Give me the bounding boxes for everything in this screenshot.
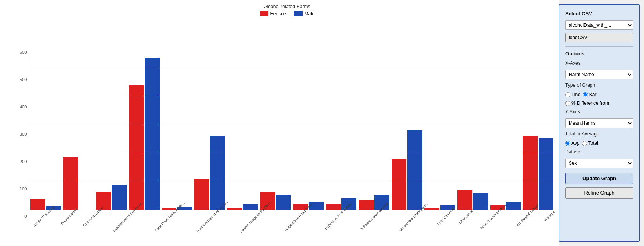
y-tick: 0 xyxy=(24,214,27,219)
x-axes-label: X-Axes xyxy=(565,60,633,66)
bar-female xyxy=(129,85,144,210)
legend-female-label: Female xyxy=(270,11,286,16)
update-graph-button[interactable]: Update Graph xyxy=(565,173,633,184)
bar-group xyxy=(325,198,358,210)
bar-group xyxy=(95,185,128,210)
x-label-cell: Expressions of Severe Al... xyxy=(106,211,148,242)
y-axes-select[interactable]: Mean.Harms xyxy=(565,118,633,128)
bar-male xyxy=(539,138,553,210)
legend-male: Male xyxy=(294,11,315,16)
x-label-cell: Haemorrhagic stroke (Lon... xyxy=(189,211,233,242)
x-label: Liver cancer xyxy=(458,208,475,225)
y-axes-label: Y-Axes xyxy=(565,109,633,115)
total-label: Total xyxy=(588,140,598,146)
y-axis: 6005004003002001000 xyxy=(20,50,29,219)
total-radio[interactable] xyxy=(582,141,587,146)
graph-type-pct-radio[interactable] xyxy=(565,101,570,106)
x-axes-select[interactable]: Harm.Name xyxy=(565,70,633,79)
x-label-cell: Liver Cirrhosis xyxy=(433,211,456,242)
legend-female: Female xyxy=(260,11,286,16)
grid-line xyxy=(29,97,555,97)
x-label-cell: Oesophageal cancer xyxy=(509,211,541,242)
x-axis: Alcohol PoisoningBreast cancerColorectal… xyxy=(29,211,555,242)
bar-male xyxy=(210,136,225,210)
bar-female xyxy=(227,208,242,210)
bar-group xyxy=(128,58,161,210)
x-label-cell: Fatal Road Traffic Accid.... xyxy=(148,211,189,242)
graph-type-line-label: Line xyxy=(571,92,581,97)
y-tick: 200 xyxy=(20,159,27,164)
x-label-cell: Misc. Injuries (falls f... xyxy=(475,211,509,242)
graph-type-bar-label: Bar xyxy=(589,92,597,97)
bar-group xyxy=(522,136,555,210)
bar-female xyxy=(30,199,45,210)
graph-type-line-option[interactable]: Line xyxy=(565,92,581,97)
bar-group xyxy=(390,130,423,210)
chart-and-xaxis: Alcohol PoisoningBreast cancerColorectal… xyxy=(29,58,555,242)
bar-female xyxy=(457,190,472,210)
total-avg-radio-group: Avg Total xyxy=(565,140,633,146)
bar-female xyxy=(424,208,439,210)
bar-female xyxy=(392,159,406,210)
refine-graph-button[interactable]: Refine Graph xyxy=(565,187,633,199)
total-option[interactable]: Total xyxy=(582,140,598,146)
grid-line xyxy=(29,181,555,181)
graph-type-bar-radio[interactable] xyxy=(583,92,588,97)
bar-male xyxy=(112,185,127,210)
bar-male xyxy=(276,195,291,210)
bar-group xyxy=(456,190,489,210)
bar-female xyxy=(326,204,341,210)
grid-line xyxy=(29,69,555,69)
right-panel: Select CSV alcoholData_with_...option2 l… xyxy=(559,4,640,242)
dataset-select[interactable]: Sex xyxy=(565,159,633,168)
avg-radio[interactable] xyxy=(565,141,570,146)
dataset-label: Dataset xyxy=(565,149,633,155)
divider-1 xyxy=(565,46,633,47)
grid-line xyxy=(29,125,555,125)
grid-line xyxy=(29,153,555,153)
legend-male-color xyxy=(294,11,303,16)
graph-type-line-radio[interactable] xyxy=(565,92,570,97)
total-or-average-label: Total or Average xyxy=(565,131,633,137)
options-title: Options xyxy=(565,51,633,56)
graph-type-pct-group: % Difference from: xyxy=(565,100,633,106)
x-label-cell: Lip oral and pharyngeal.... xyxy=(392,211,433,242)
chart-container: 6005004003002001000 Alcohol PoisoningBre… xyxy=(20,19,555,242)
bar-female xyxy=(63,157,78,210)
chart-legend: Female Male xyxy=(260,11,315,16)
avg-option[interactable]: Avg xyxy=(565,140,579,146)
graph-type-pct-option[interactable]: % Difference from: xyxy=(565,100,610,106)
y-tick: 300 xyxy=(20,132,27,137)
bar-group xyxy=(29,199,62,210)
x-label-cell: Hypertensive diseases xyxy=(319,211,354,242)
graph-type-bar-option[interactable]: Bar xyxy=(583,92,597,97)
bar-chart xyxy=(29,58,555,210)
x-label-cell: Hospitalized Road Traffi.... xyxy=(278,211,319,242)
bar-female xyxy=(359,200,374,210)
bar-male xyxy=(473,193,488,210)
type-of-graph-label: Type of Graph xyxy=(565,82,633,88)
y-tick: 500 xyxy=(20,77,27,82)
bar-male xyxy=(407,130,422,210)
y-tick: 600 xyxy=(20,50,27,55)
load-csv-button[interactable]: loadCSV xyxy=(565,33,633,42)
bar-male xyxy=(506,202,521,210)
csv-select[interactable]: alcoholData_with_...option2 xyxy=(565,20,633,30)
x-label-cell: Alcohol Poisoning xyxy=(29,211,57,242)
legend-female-color xyxy=(260,11,268,16)
bar-female xyxy=(194,179,209,210)
x-label-cell: Haemorrhagic stroke (Stro... xyxy=(233,211,277,242)
x-label-cell: Breast cancer xyxy=(57,211,79,242)
x-label-cell: Ischaemic heart disease xyxy=(354,211,392,242)
graph-type-pct-label: % Difference from: xyxy=(571,100,610,106)
x-label-cell: Violence xyxy=(541,211,555,242)
bar-male xyxy=(145,58,160,210)
graph-type-radio-group: Line Bar xyxy=(565,92,633,97)
select-csv-title: Select CSV xyxy=(565,11,633,16)
bar-group xyxy=(193,136,226,210)
x-label: Breast cancer xyxy=(60,207,78,225)
x-label: Violence xyxy=(543,210,555,222)
bar-group xyxy=(226,204,259,210)
bar-female xyxy=(523,136,538,210)
bar-group xyxy=(62,157,95,210)
